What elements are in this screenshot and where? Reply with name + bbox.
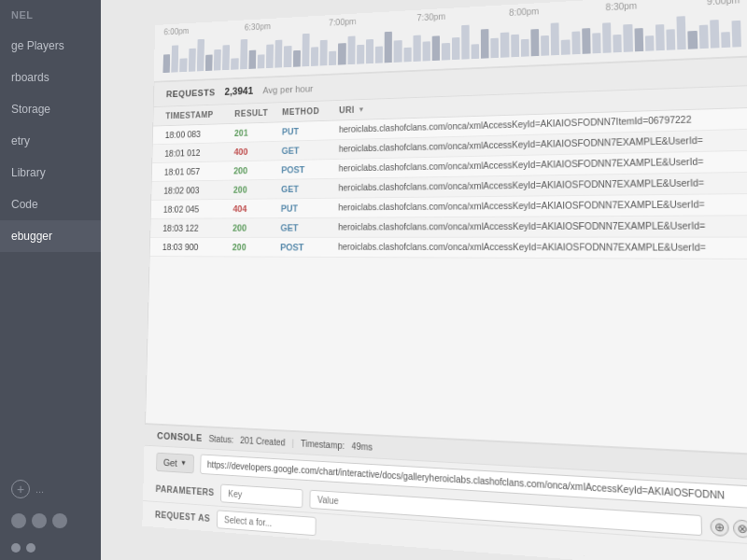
chart-bar	[338, 43, 345, 64]
col-timestamp: TIMESTAMP	[165, 109, 234, 120]
main-content: 6:00pm 6:30pm 7:00pm 7:30pm 8:00pm 8:30p…	[101, 0, 747, 560]
chart-bar	[677, 16, 686, 49]
console-label: CONSOLE	[157, 430, 203, 443]
params-label: PARAMETERS	[156, 484, 215, 497]
sidebar-item-code[interactable]: Code	[0, 189, 101, 220]
chart-label-2: 6:30pm	[245, 21, 271, 32]
cell-timestamp: 18:03 900	[162, 242, 233, 252]
chart-bar	[189, 49, 196, 72]
cell-uri: heroiclabs.clashofclans.com/onca/xmlAcce…	[338, 199, 741, 213]
chart-bar	[490, 38, 499, 59]
cell-method: POST	[280, 242, 338, 252]
cell-uri: heroiclabs.clashofclans.com/onca/xmlAcce…	[338, 220, 741, 232]
sidebar-item-storage[interactable]: Storage	[0, 93, 101, 125]
requests-table: REQUESTS 2,3941 Avg per hour TIMESTAMP R…	[145, 56, 747, 455]
col-method: METHOD	[282, 105, 339, 117]
console-separator: |	[292, 438, 294, 448]
chart-bar	[613, 35, 623, 52]
sidebar-item-players[interactable]: ge Players	[0, 30, 101, 62]
chart-bar	[266, 44, 274, 68]
chart-bar	[481, 29, 489, 59]
cell-uri: heroiclabs.clashofclans.com/onca/xmlAcce…	[339, 156, 740, 174]
chart-bar	[500, 33, 509, 58]
chart-bar	[634, 28, 643, 51]
sidebar-item-debugger[interactable]: ebugger	[0, 220, 101, 252]
chart-bar	[561, 39, 570, 54]
chart-bar	[667, 29, 676, 50]
more-button[interactable]: ...	[35, 483, 44, 495]
cell-method: PUT	[281, 203, 339, 213]
cell-timestamp: 18:03 122	[162, 223, 233, 233]
cell-timestamp: 18:01 012	[164, 147, 233, 158]
chart-bar	[231, 58, 238, 69]
chart-bar	[248, 50, 256, 69]
chart-bar	[403, 48, 411, 63]
sidebar: NEL ge Players rboards Storage etry Libr…	[0, 0, 101, 560]
method-select[interactable]: Get ▼	[156, 452, 193, 473]
cell-timestamp: 18:01 057	[164, 166, 234, 177]
chart-bar	[624, 24, 633, 52]
chart-bar	[329, 51, 336, 65]
chart-bar	[511, 35, 519, 58]
console-status-value: 201 Created	[240, 435, 285, 447]
uri-label: URI	[339, 105, 355, 115]
chart-bar	[655, 24, 665, 50]
chart-bar	[432, 35, 441, 61]
chart-bar	[721, 32, 730, 48]
chart-label-3: 7:00pm	[329, 17, 356, 27]
chart-bar	[162, 54, 170, 73]
chart-bar	[442, 43, 450, 61]
cell-method: PUT	[282, 125, 339, 136]
chart-bar	[214, 49, 221, 71]
sidebar-actions: + ...	[0, 472, 101, 506]
sidebar-header: NEL	[0, 0, 101, 30]
console-timestamp-value: 49ms	[351, 441, 373, 452]
request-as-input[interactable]	[217, 510, 317, 536]
cell-method: GET	[281, 183, 339, 194]
cell-result: 200	[233, 223, 281, 233]
chart-bar	[284, 46, 291, 67]
chart-bar	[571, 31, 580, 54]
chart-bar	[222, 45, 230, 70]
table-row[interactable]: 18:03 900 200 POST heroiclabs.clashofcla…	[150, 238, 747, 259]
request-as-label: REQUEST AS	[155, 510, 211, 524]
cell-result: 400	[233, 146, 281, 157]
chart-bar	[293, 50, 301, 67]
requests-avg: Avg per hour	[262, 83, 313, 95]
chart-bar	[197, 39, 204, 72]
dot-2	[26, 543, 35, 553]
chart-bar	[311, 47, 318, 66]
chart-bar	[179, 58, 187, 72]
chart-bar	[413, 35, 420, 62]
chart-bar	[423, 41, 430, 61]
chart-bar	[541, 35, 549, 56]
chart-bar	[698, 25, 708, 49]
chart-label-6: 8:30pm	[606, 1, 638, 12]
remove-param-button[interactable]: ⊗	[733, 519, 747, 539]
chart-label-5: 8:00pm	[509, 7, 539, 18]
chart-bar	[258, 54, 265, 68]
sidebar-item-boards[interactable]: rboards	[0, 62, 101, 93]
chart-bar	[357, 45, 364, 64]
table-rows: 18:00 083 201 PUT heroiclabs.clashofclan…	[150, 108, 747, 259]
cell-result: 200	[233, 184, 281, 194]
cell-method: GET	[282, 145, 339, 156]
add-button[interactable]: +	[11, 480, 30, 498]
chart-bar	[521, 39, 529, 57]
chart-label-1: 6:00pm	[163, 26, 189, 36]
chart-bar	[302, 34, 309, 67]
sidebar-item-etry[interactable]: etry	[0, 125, 101, 157]
sidebar-item-library[interactable]: Library	[0, 157, 101, 189]
chart-bar	[471, 44, 479, 59]
uri-sort-icon[interactable]: ▼	[358, 105, 365, 113]
chart-bar	[530, 29, 539, 56]
table-row[interactable]: 18:03 122 200 GET heroiclabs.clashofclan…	[150, 216, 747, 238]
chart-bar	[366, 39, 374, 63]
method-arrow-icon: ▼	[180, 459, 187, 468]
cell-result: 200	[233, 242, 281, 252]
param-key-input[interactable]	[220, 484, 303, 509]
chart-bar	[688, 31, 698, 49]
cell-uri: heroiclabs.clashofclans.com/onca/xmlAcce…	[338, 242, 742, 253]
user-avatars	[0, 506, 101, 536]
add-param-button[interactable]: ⊕	[710, 517, 728, 536]
